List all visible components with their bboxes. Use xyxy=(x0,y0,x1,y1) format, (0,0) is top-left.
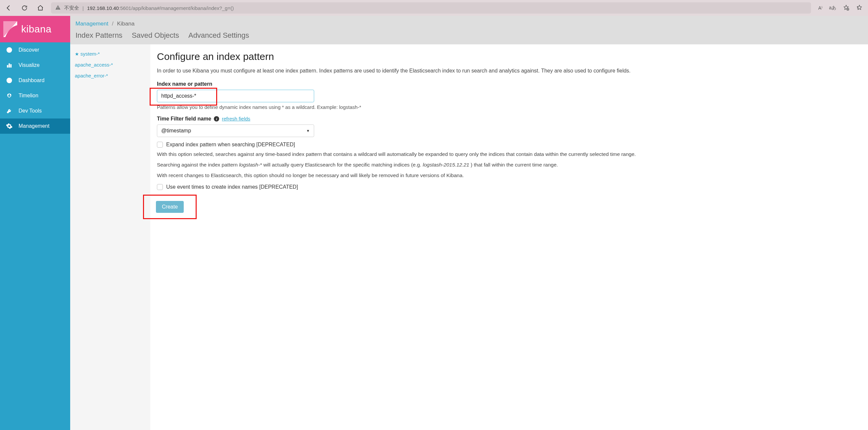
expand-help-2: Searching against the index pattern logs… xyxy=(157,161,867,169)
nav-label: Dashboard xyxy=(19,78,44,84)
tab-index-patterns[interactable]: Index Patterns xyxy=(75,31,123,41)
address-bar[interactable]: 不安全 | 192.168.10.40:5601/app/kibana#/man… xyxy=(51,2,811,13)
index-name-input[interactable] xyxy=(157,90,314,102)
breadcrumb-current: Kibana xyxy=(117,21,134,27)
browser-toolbar: 不安全 | 192.168.10.40:5601/app/kibana#/man… xyxy=(0,0,868,16)
svg-rect-6 xyxy=(7,65,8,67)
event-times-checkbox[interactable] xyxy=(157,184,163,190)
content: ★ system-* apache_access-* apache_error-… xyxy=(70,44,868,430)
nav-timelion[interactable]: Timelion xyxy=(0,88,70,103)
refresh-button[interactable] xyxy=(19,3,30,13)
read-aloud-button[interactable]: A⁾ xyxy=(818,5,822,10)
pattern-label: apache_error-* xyxy=(75,73,108,79)
management-tabs: Index Patterns Saved Objects Advanced Se… xyxy=(75,31,863,41)
star-icon: ★ xyxy=(75,51,79,57)
tab-advanced-settings[interactable]: Advanced Settings xyxy=(188,31,249,41)
breadcrumb: Management / Kibana xyxy=(75,21,863,27)
nav-label: Dev Tools xyxy=(19,108,42,114)
annotation-box-create: Create xyxy=(143,195,197,219)
nav-label: Discover xyxy=(19,47,39,53)
pattern-item-system[interactable]: ★ system-* xyxy=(70,48,150,59)
nav-label: Management xyxy=(19,123,49,129)
topbar: Management / Kibana Index Patterns Saved… xyxy=(70,16,868,44)
nav-management[interactable]: Management xyxy=(0,119,70,134)
url-text: 192.168.10.40:5601/app/kibana#/managemen… xyxy=(87,5,234,11)
kibana-logo-icon xyxy=(3,21,17,37)
index-pattern-list: ★ system-* apache_access-* apache_error-… xyxy=(70,44,150,430)
index-name-hint: Patterns allow you to define dynamic ind… xyxy=(157,104,867,110)
pattern-label: apache_access-* xyxy=(75,62,113,67)
svg-rect-8 xyxy=(10,65,11,67)
expand-checkbox-row[interactable]: Expand index pattern when searching [DEP… xyxy=(157,142,867,148)
create-button[interactable]: Create xyxy=(156,201,184,213)
back-button[interactable] xyxy=(3,3,14,13)
collections-icon[interactable] xyxy=(856,4,863,12)
nav-label: Timelion xyxy=(19,93,38,99)
event-times-checkbox-row[interactable]: Use event times to create index names [D… xyxy=(157,184,867,190)
info-icon[interactable]: i xyxy=(214,116,219,122)
timelion-icon xyxy=(6,92,12,99)
nav-dashboard[interactable]: Dashboard xyxy=(0,73,70,88)
form-area: Configure an index pattern In order to u… xyxy=(150,44,868,430)
svg-rect-0 xyxy=(58,7,58,8)
favorite-add-icon[interactable] xyxy=(843,4,849,12)
tab-saved-objects[interactable]: Saved Objects xyxy=(132,31,179,41)
sidebar: kibana Discover Visualize Dashboard Time… xyxy=(0,16,70,430)
svg-rect-1 xyxy=(58,9,58,9)
expand-help-3: With recent changes to Elasticsearch, th… xyxy=(157,172,867,179)
nav: Discover Visualize Dashboard Timelion De… xyxy=(0,42,70,134)
page-description: In order to use Kibana you must configur… xyxy=(157,67,867,75)
home-button[interactable] xyxy=(35,3,46,13)
main-column: Management / Kibana Index Patterns Saved… xyxy=(70,16,868,430)
expand-label: Expand index pattern when searching [DEP… xyxy=(166,142,295,148)
wrench-icon xyxy=(6,108,12,114)
breadcrumb-management[interactable]: Management xyxy=(75,21,108,27)
page-title: Configure an index pattern xyxy=(157,51,867,62)
index-name-label: Index name or pattern xyxy=(157,81,867,87)
browser-right-controls: A⁾ aあ xyxy=(816,4,865,12)
breadcrumb-sep: / xyxy=(112,21,114,27)
chevron-down-icon: ▼ xyxy=(306,129,310,133)
pattern-label: system-* xyxy=(81,51,100,57)
dashboard-icon xyxy=(6,77,12,84)
pattern-item-apache-error[interactable]: apache_error-* xyxy=(70,70,150,81)
time-filter-value: @timestamp xyxy=(161,128,191,134)
gear-icon xyxy=(6,123,12,129)
refresh-fields-link[interactable]: refresh fields xyxy=(222,116,250,122)
bar-chart-icon xyxy=(6,62,12,68)
expand-help-1: With this option selected, searches agai… xyxy=(157,150,867,158)
insecure-label: 不安全 xyxy=(64,5,79,11)
svg-rect-7 xyxy=(9,64,9,67)
pattern-item-apache-access[interactable]: apache_access-* xyxy=(70,59,150,70)
time-filter-label: Time Filter field name i refresh fields xyxy=(157,116,867,122)
compass-icon xyxy=(6,47,12,53)
url-divider: | xyxy=(83,5,84,11)
nav-visualize[interactable]: Visualize xyxy=(0,58,70,73)
logo-bar[interactable]: kibana xyxy=(0,16,70,42)
event-times-label: Use event times to create index names [D… xyxy=(166,184,298,190)
translate-button[interactable]: aあ xyxy=(829,5,836,11)
nav-devtools[interactable]: Dev Tools xyxy=(0,103,70,119)
time-filter-select[interactable]: @timestamp ▼ xyxy=(157,124,314,137)
insecure-icon xyxy=(55,5,61,11)
expand-checkbox[interactable] xyxy=(157,142,163,148)
kibana-app: kibana Discover Visualize Dashboard Time… xyxy=(0,16,868,430)
brand-name: kibana xyxy=(21,24,51,35)
nav-discover[interactable]: Discover xyxy=(0,42,70,58)
nav-label: Visualize xyxy=(19,62,40,68)
